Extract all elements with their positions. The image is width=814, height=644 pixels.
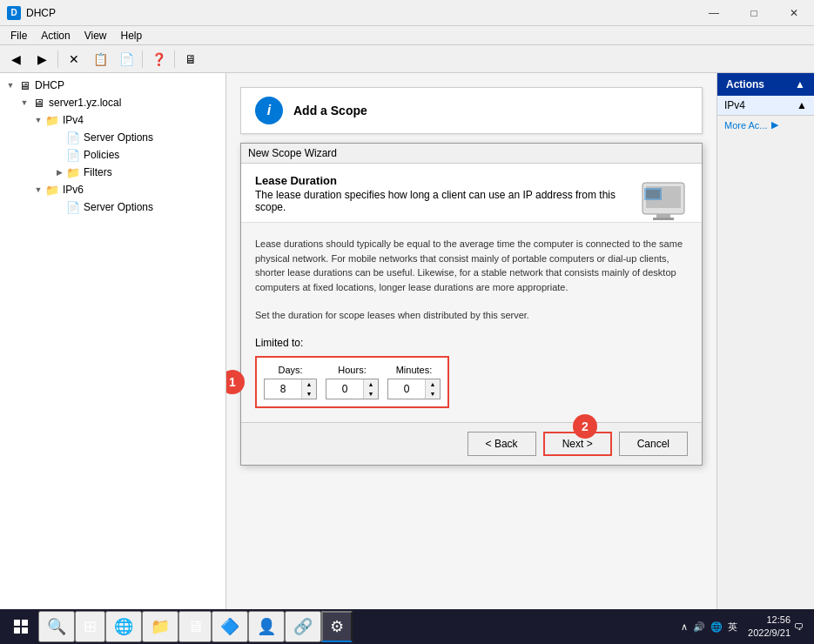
taskbar-task-view[interactable]: ⊞ xyxy=(75,611,105,642)
hours-input[interactable] xyxy=(326,379,363,399)
wizard-title-bar: New Scope Wizard xyxy=(241,144,702,164)
svg-rect-9 xyxy=(22,627,28,634)
sidebar-item-ipv4[interactable]: ▼ 📁 IPv4 xyxy=(0,111,225,129)
sidebar-item-server-options-ipv6[interactable]: 📄 Server Options xyxy=(0,198,225,216)
svg-rect-7 xyxy=(22,620,28,626)
menu-file[interactable]: File xyxy=(3,28,34,44)
minutes-input-wrap: ▲ ▼ xyxy=(387,379,441,399)
actions-title: Actions xyxy=(726,78,764,91)
server-label: server1.yz.local xyxy=(49,97,121,109)
svg-rect-8 xyxy=(14,627,20,634)
minutes-field-group: Minutes: ▲ ▼ xyxy=(387,365,441,399)
days-down[interactable]: ▼ xyxy=(302,389,316,399)
actions-subheader: IPv4 ▲ xyxy=(717,96,814,116)
days-label: Days: xyxy=(278,365,302,375)
minutes-input[interactable] xyxy=(388,379,425,399)
server-options-ipv4-icon: 📄 xyxy=(66,131,80,144)
hours-down[interactable]: ▼ xyxy=(364,389,378,399)
toolbar: ◀ ▶ ✕ 📋 📄 ❓ 🖥 xyxy=(0,45,814,73)
hours-input-wrap: ▲ ▼ xyxy=(326,379,379,399)
actions-expand-icon: ▲ xyxy=(797,99,807,111)
toolbar-help[interactable]: ❓ xyxy=(146,48,171,70)
toolbar-new[interactable]: 📄 xyxy=(114,48,138,70)
sidebar-item-server-options-ipv4[interactable]: 📄 Server Options xyxy=(0,129,225,146)
filters-label: Filters xyxy=(84,166,112,178)
back-button[interactable]: < Back xyxy=(468,432,536,456)
days-input[interactable] xyxy=(265,379,301,399)
filters-icon: 📁 xyxy=(66,165,80,179)
wizard-header: Lease Duration The lease duration specif… xyxy=(241,164,702,223)
toolbar-forward[interactable]: ▶ xyxy=(30,48,54,70)
expand-icon-ipv4: ▼ xyxy=(31,113,45,127)
svg-rect-2 xyxy=(656,214,670,218)
minutes-up[interactable]: ▲ xyxy=(426,379,440,389)
expand-icon-server: ▼ xyxy=(17,96,31,110)
clock-date: 2022/9/21 xyxy=(748,627,790,640)
actions-more[interactable]: More Ac... ▶ xyxy=(717,116,814,134)
sidebar-item-ipv6[interactable]: ▼ 📁 IPv6 xyxy=(0,181,225,198)
main-layout: ▼ 🖥 DHCP ▼ 🖥 server1.yz.local ▼ 📁 IPv4 📄… xyxy=(0,73,814,609)
wizard-footer: 2 < Back Next > Cancel xyxy=(241,422,702,465)
taskbar-search[interactable]: 🔍 xyxy=(38,611,75,642)
minutes-spinner: ▲ ▼ xyxy=(425,379,440,399)
content-area: i Add a Scope New Scope Wizard xyxy=(226,73,716,609)
expand-icon: ▼ xyxy=(3,78,17,92)
toolbar-delete[interactable]: ✕ xyxy=(62,48,86,70)
sidebar-item-filters[interactable]: ▶ 📁 Filters xyxy=(0,164,225,181)
toolbar-properties[interactable]: 📋 xyxy=(88,48,112,70)
tray-caret[interactable]: ∧ xyxy=(681,621,688,633)
actions-ipv4-label: IPv4 xyxy=(724,99,745,111)
tray-lang[interactable]: 英 xyxy=(728,621,737,634)
actions-chevron-icon: ▲ xyxy=(795,78,805,91)
toolbar-back[interactable]: ◀ xyxy=(3,48,28,70)
close-button[interactable]: ✕ xyxy=(774,0,814,26)
taskbar-network[interactable]: 🔗 xyxy=(285,611,321,642)
server-options-ipv6-label: Server Options xyxy=(84,201,153,213)
wizard-body: Lease durations should typically be equa… xyxy=(241,223,702,422)
menu-view[interactable]: View xyxy=(77,28,114,44)
taskbar-user[interactable]: 👤 xyxy=(248,611,285,642)
scope-banner-icon: i xyxy=(255,97,283,124)
days-field-group: Days: ▲ ▼ xyxy=(264,365,317,399)
svg-rect-3 xyxy=(653,218,674,220)
wizard-description: Lease durations should typically be equa… xyxy=(255,237,688,294)
expand-spacer-1 xyxy=(52,131,66,144)
dhcp-label: DHCP xyxy=(35,79,64,91)
tray-network[interactable]: 🌐 xyxy=(710,621,723,633)
sidebar-item-server[interactable]: ▼ 🖥 server1.yz.local xyxy=(0,94,225,111)
ipv6-icon: 📁 xyxy=(45,183,59,197)
expand-icon-ipv6: ▼ xyxy=(31,183,45,197)
toolbar-console[interactable]: 🖥 xyxy=(178,48,203,70)
cancel-button[interactable]: Cancel xyxy=(619,432,688,456)
hours-field-group: Hours: ▲ ▼ xyxy=(326,365,379,399)
server-options-ipv4-label: Server Options xyxy=(84,131,153,144)
taskbar-powershell[interactable]: 🔷 xyxy=(212,611,248,642)
sidebar-item-dhcp[interactable]: ▼ 🖥 DHCP xyxy=(0,77,225,94)
windows-icon xyxy=(14,620,28,634)
days-up[interactable]: ▲ xyxy=(302,379,316,389)
ipv4-label: IPv4 xyxy=(63,114,84,126)
sidebar-item-policies[interactable]: 📄 Policies xyxy=(0,146,225,164)
expand-icon-filters: ▶ xyxy=(52,165,66,179)
maximize-button[interactable]: □ xyxy=(734,0,774,26)
tray-volume[interactable]: 🔊 xyxy=(693,621,705,633)
right-panel: Actions ▲ IPv4 ▲ More Ac... ▶ xyxy=(716,73,814,609)
taskbar-dhcp-active[interactable]: ⚙ xyxy=(321,611,353,642)
svg-rect-6 xyxy=(14,620,20,626)
hours-up[interactable]: ▲ xyxy=(364,379,378,389)
taskbar-clock[interactable]: 12:56 2022/9/21 xyxy=(748,614,790,641)
taskbar-explorer[interactable]: 📁 xyxy=(142,611,178,642)
menu-help[interactable]: Help xyxy=(114,28,150,44)
info-icon: i xyxy=(267,103,271,118)
minutes-label: Minutes: xyxy=(396,365,433,375)
taskbar-ie[interactable]: 🌐 xyxy=(105,611,142,642)
wizard-dialog: New Scope Wizard Lease Duration The leas… xyxy=(240,143,703,466)
start-button[interactable] xyxy=(3,611,38,642)
menu-action[interactable]: Action xyxy=(34,28,77,44)
minutes-down[interactable]: ▼ xyxy=(426,389,440,399)
scope-banner: i Add a Scope xyxy=(240,87,703,134)
taskbar-server-manager[interactable]: 🖥 xyxy=(178,611,212,642)
minimize-button[interactable]: — xyxy=(694,0,734,26)
notification-icon[interactable]: 🗨 xyxy=(794,621,804,632)
server-options-ipv6-icon: 📄 xyxy=(66,200,80,214)
